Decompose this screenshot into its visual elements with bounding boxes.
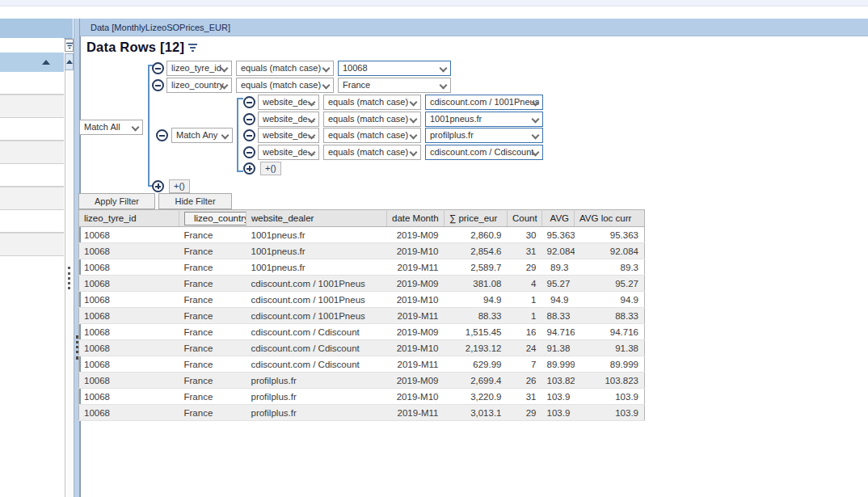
table-cell: France (179, 259, 246, 276)
table-row[interactable]: 10068Francecdiscount.com / 1001Pneus2019… (79, 292, 645, 308)
condition-value-dropdown[interactable]: France (338, 78, 451, 93)
table-cell: 29 (508, 259, 542, 276)
column-header[interactable]: AVG (542, 210, 575, 227)
table-cell: 2019-M10 (387, 292, 445, 308)
table-cell: 29 (508, 405, 542, 421)
chevron-down-icon (532, 116, 540, 124)
add-condition-icon[interactable] (243, 162, 255, 175)
table-row[interactable]: 10068Franceprofilplus.fr2019-M113,013.12… (79, 405, 645, 421)
list-item[interactable] (0, 233, 64, 256)
match-any-dropdown[interactable]: Match Any (171, 128, 233, 143)
condition-field-dropdown[interactable]: website_de... (258, 95, 319, 110)
table-row[interactable]: 10068France1001pneus.fr2019-M112,589.729… (79, 259, 645, 276)
filter-icon[interactable] (188, 43, 199, 52)
condition-value-dropdown[interactable]: profilplus.fr (425, 128, 543, 143)
remove-condition-icon[interactable] (243, 146, 255, 158)
table-row[interactable]: 10068Francecdiscount.com / 1001Pneus2019… (79, 308, 645, 324)
list-item[interactable] (0, 187, 64, 210)
scrollbar-grip[interactable] (68, 267, 73, 289)
table-cell: 2019-M10 (387, 389, 445, 405)
column-label: lizeo_country (184, 212, 246, 225)
condition-operator-dropdown[interactable]: equals (match case) (236, 78, 334, 93)
app-canvas: Data [MonthlyLizeoSOPrices_EUR] Data Row… (0, 0, 868, 497)
remove-condition-icon[interactable] (152, 62, 164, 74)
remove-group-icon[interactable] (156, 129, 168, 141)
match-all-label: Match All (84, 122, 120, 132)
list-item[interactable] (0, 95, 64, 118)
condition-value-dropdown-label: cdiscount.com / Cdiscount (430, 147, 533, 157)
condition-value-dropdown[interactable]: cdiscount.com / Cdiscount (425, 145, 543, 160)
column-header[interactable]: date Month (387, 210, 445, 227)
table-cell: 10068 (79, 308, 179, 324)
table-cell: cdiscount.com / Cdiscount (246, 356, 387, 373)
left-panel-filter-button[interactable] (65, 39, 74, 52)
remove-condition-icon[interactable] (243, 129, 255, 141)
column-header[interactable]: AVG loc curr (575, 210, 645, 227)
list-item[interactable] (0, 72, 64, 95)
condition-field-dropdown[interactable]: website_de... (258, 128, 319, 143)
top-strip (0, 0, 868, 6)
column-header-sorted[interactable]: lizeo_country (179, 210, 246, 227)
scroll-up-button[interactable] (65, 53, 74, 70)
table-row[interactable]: 10068Francecdiscount.com / Cdiscount2019… (79, 356, 645, 373)
table-cell: 1001pneus.fr (246, 259, 387, 276)
table-row[interactable]: 10068Franceprofilplus.fr2019-M092,699.42… (79, 373, 645, 389)
column-label: AVG loc curr (579, 213, 631, 223)
column-header[interactable]: Count (508, 210, 542, 227)
condition-operator-dropdown[interactable]: equals (match case) (236, 61, 334, 76)
condition-field-dropdown[interactable]: lizeo_country (166, 78, 232, 93)
table-row[interactable]: 10068France1001pneus.fr2019-M102,854.631… (79, 243, 645, 259)
column-header[interactable]: ∑ price_eur (445, 210, 508, 227)
column-header[interactable]: website_dealer (246, 210, 387, 227)
table-cell: 91.38 (575, 340, 645, 356)
remove-condition-icon[interactable] (152, 79, 164, 91)
table-cell: 2,193.12 (445, 340, 508, 356)
add-group-button[interactable]: +() (169, 179, 190, 193)
filter-subgroup-bracket (238, 171, 243, 172)
condition-field-dropdown[interactable]: lizeo_tyre_id (166, 61, 232, 76)
table-row[interactable]: 10068France1001pneus.fr2019-M092,860.930… (79, 227, 645, 243)
condition-field-dropdown[interactable]: website_de... (258, 112, 319, 127)
table-cell: profilplus.fr (246, 405, 387, 421)
table-cell: 2,699.4 (445, 373, 508, 389)
table-cell: 103.9 (542, 405, 575, 421)
list-item[interactable] (0, 118, 64, 141)
list-item[interactable] (0, 210, 64, 233)
left-panel-selected-row[interactable] (0, 53, 64, 73)
condition-field-dropdown[interactable]: website_de... (258, 145, 319, 160)
table-cell: 95.363 (542, 227, 575, 243)
table-cell: 1,515.45 (445, 324, 508, 340)
chevron-down-icon (132, 124, 140, 132)
table-cell: 2,589.7 (445, 259, 508, 276)
table-cell: 10068 (79, 389, 179, 405)
add-subgroup-button[interactable]: +() (260, 162, 281, 175)
list-item[interactable] (0, 141, 64, 164)
condition-operator-dropdown[interactable]: equals (match case) (323, 145, 421, 160)
add-condition-icon[interactable] (152, 180, 164, 192)
table-row[interactable]: 10068Francecdiscount.com / 1001Pneus2019… (79, 276, 645, 292)
remove-condition-icon[interactable] (243, 96, 255, 108)
condition-value-dropdown[interactable]: 1001pneus.fr (425, 112, 543, 127)
condition-value-dropdown-label: 1001pneus.fr (430, 114, 482, 124)
condition-operator-dropdown[interactable]: equals (match case) (323, 112, 421, 127)
table-cell: 94.9 (575, 292, 645, 308)
condition-value-dropdown[interactable]: cdiscount.com / 1001Pneus (425, 95, 543, 110)
match-all-dropdown[interactable]: Match All (79, 120, 143, 135)
hide-filter-button[interactable]: Hide Filter (158, 193, 232, 209)
condition-value-dropdown[interactable]: 10068 (338, 61, 451, 76)
table-header-row: lizeo_tyre_id lizeo_country website_deal… (79, 210, 645, 227)
condition-operator-dropdown[interactable]: equals (match case) (323, 95, 421, 110)
table-cell: 2019-M10 (387, 243, 445, 259)
chevron-down-icon (410, 99, 418, 107)
table-cell: 89.3 (575, 259, 645, 276)
list-item[interactable] (0, 164, 64, 187)
table-cell: 4 (508, 276, 542, 292)
remove-condition-icon[interactable] (243, 113, 255, 125)
apply-filter-button[interactable]: Apply Filter (78, 193, 155, 209)
table-row[interactable]: 10068Francecdiscount.com / Cdiscount2019… (79, 324, 645, 340)
table-cell: 88.33 (542, 308, 575, 324)
condition-operator-dropdown[interactable]: equals (match case) (323, 128, 421, 143)
table-row[interactable]: 10068Franceprofilplus.fr2019-M103,220.93… (79, 389, 645, 405)
column-header[interactable]: lizeo_tyre_id (79, 210, 179, 227)
table-row[interactable]: 10068Francecdiscount.com / Cdiscount2019… (79, 340, 645, 356)
